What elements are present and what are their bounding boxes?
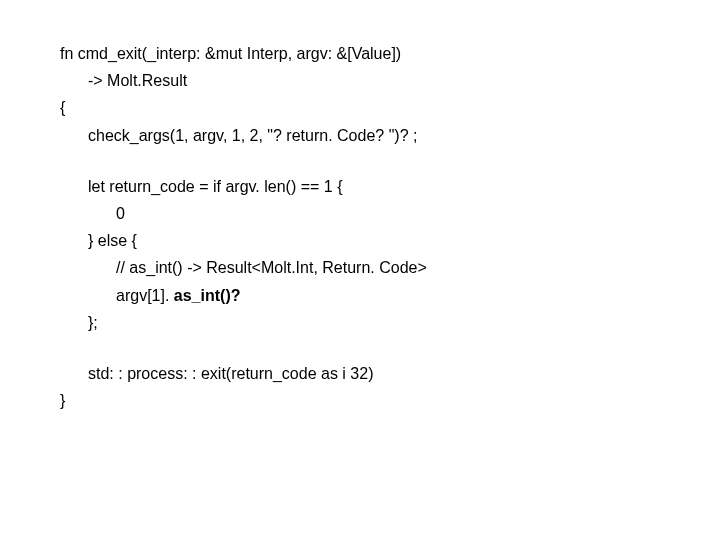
code-line: -> Molt.Result (60, 67, 670, 94)
blank-line (60, 336, 670, 360)
code-line: } else { (60, 227, 670, 254)
code-line: std: : process: : exit(return_code as i … (60, 360, 670, 387)
code-line: } (60, 387, 670, 414)
blank-line (60, 149, 670, 173)
code-bold: as_int()? (174, 287, 241, 304)
code-block: fn cmd_exit(_interp: &mut Interp, argv: … (0, 0, 720, 434)
code-text: argv[1]. (116, 287, 174, 304)
code-line: }; (60, 309, 670, 336)
code-line: let return_code = if argv. len() == 1 { (60, 173, 670, 200)
code-line: 0 (60, 200, 670, 227)
code-line: // as_int() -> Result<Molt.Int, Return. … (60, 254, 670, 281)
code-line: { (60, 94, 670, 121)
code-line: fn cmd_exit(_interp: &mut Interp, argv: … (60, 40, 670, 67)
code-line: check_args(1, argv, 1, 2, "? return. Cod… (60, 122, 670, 149)
code-line: argv[1]. as_int()? (60, 282, 670, 309)
